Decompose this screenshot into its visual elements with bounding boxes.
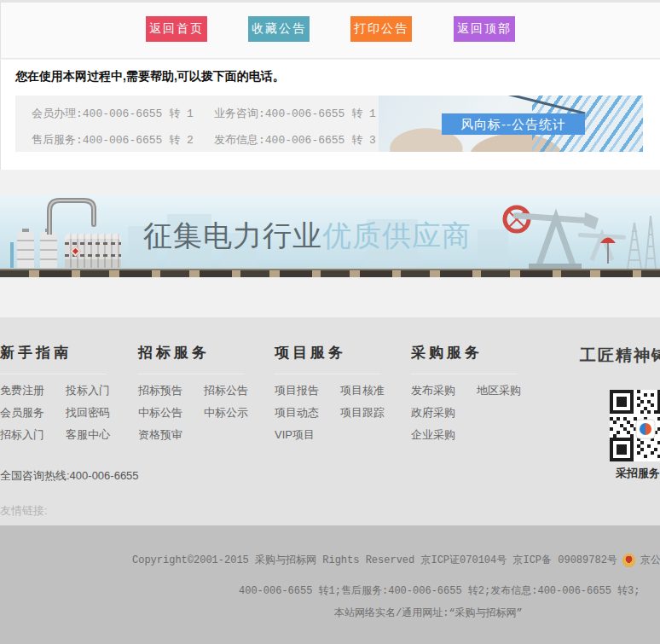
footer-link[interactable]: 找回密码 xyxy=(66,405,128,427)
back-top-button[interactable]: 返回顶部 xyxy=(454,16,515,42)
qr-code-image xyxy=(610,390,660,461)
footer-links: 招标预告 招标公告 中标公告 中标公示 资格预审 xyxy=(138,383,271,450)
footer-link[interactable]: 项目核准 xyxy=(340,383,402,405)
footer-link[interactable]: 客服中心 xyxy=(66,427,128,450)
copyright-line-3: 本站网络实名/通用网址:“采购与招标网” xyxy=(334,606,523,620)
pipe-arch-icon xyxy=(44,195,99,235)
copyright-text: Copyright©2001-2015 采购与招标网 Rights Reserv… xyxy=(132,553,617,567)
oil-pumpjack-icon xyxy=(472,200,660,270)
phone-item: 业务咨询:400-006-6655 转 1 xyxy=(214,105,379,125)
copyright-line-2: 400-006-6655 转1;售后服务:400-006-6655 转2;发布信… xyxy=(239,583,640,598)
banner-title-dark: 征集电力行业 xyxy=(143,219,322,252)
back-home-button[interactable]: 返回首页 xyxy=(146,16,207,42)
security-record-text: 京公网安备 1101 xyxy=(640,553,660,567)
column-divider xyxy=(411,374,518,374)
footer-link[interactable]: 资格预审 xyxy=(138,427,204,450)
copyright-line-1: Copyright©2001-2015 采购与招标网 Rights Reserv… xyxy=(132,553,660,567)
pipeline-decor xyxy=(0,269,660,277)
footer-nav: 新手指南 免费注册 投标入门 会员服务 找回密码 招标入门 客服中心 招标服务 … xyxy=(0,317,660,525)
footer-column-bidding-services: 招标服务 招标预告 招标公告 中标公告 中标公示 资格预审 xyxy=(138,343,271,450)
footer-link[interactable]: 项目动态 xyxy=(275,405,340,427)
help-notice: 您在使用本网过程中,需要帮助,可以拨下面的电话。 xyxy=(15,69,285,84)
footer-link[interactable]: 中标公告 xyxy=(138,405,204,427)
help-section: 您在使用本网过程中,需要帮助,可以拨下面的电话。 会员办理:400-006-66… xyxy=(0,60,660,170)
footer-column-title: 新手指南 xyxy=(0,343,133,363)
hotline-text: 全国咨询热线:400-006-6655 xyxy=(0,468,139,484)
phone-item: 售后服务:400-006-6655 转 2 xyxy=(32,131,214,152)
print-notice-button[interactable]: 打印公告 xyxy=(350,16,412,42)
footer-link[interactable]: 地区采购 xyxy=(477,383,539,405)
footer-link[interactable]: 招标入门 xyxy=(0,427,66,450)
page: 返回首页 收藏公告 打印公告 返回顶部 您在使用本网过程中,需要帮助,可以拨下面… xyxy=(0,0,660,644)
footer-link[interactable]: VIP项目 xyxy=(275,427,340,450)
footer-link[interactable]: 会员服务 xyxy=(0,405,66,427)
tank-band-decor xyxy=(65,242,121,245)
footer-link[interactable]: 政府采购 xyxy=(411,405,477,427)
friend-links-label: 友情链接: xyxy=(0,503,48,519)
footer-column-title: 项目服务 xyxy=(275,343,408,363)
footer-link[interactable]: 企业采购 xyxy=(411,427,477,450)
footer-link[interactable]: 招标公告 xyxy=(204,383,266,405)
footer-link[interactable]: 免费注册 xyxy=(0,383,66,405)
column-divider xyxy=(138,374,245,374)
footer-links: 发布采购 地区采购 政府采购 企业采购 xyxy=(411,383,544,450)
favorite-notice-button[interactable]: 收藏公告 xyxy=(248,16,310,42)
oil-tank-icon xyxy=(17,232,34,268)
pipe-icon xyxy=(10,242,14,268)
qr-code-svg xyxy=(610,390,660,461)
footer-link[interactable]: 招标预告 xyxy=(138,383,204,405)
promo-label: 风向标--公告统计 xyxy=(442,113,585,135)
phone-item: 发布信息:400-006-6655 转 3 xyxy=(214,131,379,152)
footer-link[interactable]: 项目跟踪 xyxy=(340,405,402,427)
column-divider xyxy=(275,374,381,374)
supplier-campaign-banner[interactable]: 征集电力行业优质供应商 xyxy=(0,194,660,277)
column-divider xyxy=(0,374,107,374)
footer-column-project-services: 项目服务 项目报告 项目核准 项目动态 项目跟踪 VIP项目 xyxy=(275,343,408,450)
copyright-bar: Copyright©2001-2015 采购与招标网 Rights Reserv… xyxy=(0,525,660,644)
footer-link[interactable]: 项目报告 xyxy=(275,383,340,405)
footer-links: 免费注册 投标入门 会员服务 找回密码 招标入门 客服中心 xyxy=(0,383,133,450)
banner-title-light: 优质供应商 xyxy=(322,219,472,252)
craftsman-slogan: 工匠精神铸 xyxy=(580,345,660,367)
footer-link[interactable]: 投标入门 xyxy=(66,383,128,405)
footer-column-beginner-guide: 新手指南 免费注册 投标入门 会员服务 找回密码 招标入门 客服中心 xyxy=(0,343,133,450)
footer-column-title: 招标服务 xyxy=(138,343,271,363)
qr-caption: 采招服务 xyxy=(616,466,660,481)
banner-title: 征集电力行业优质供应商 xyxy=(143,217,472,256)
footer-links: 项目报告 项目核准 项目动态 项目跟踪 VIP项目 xyxy=(275,383,408,450)
footer-link[interactable]: 发布采购 xyxy=(411,383,477,405)
police-badge-icon xyxy=(622,554,635,567)
promo-banner[interactable]: 风向标--公告统计 xyxy=(379,96,643,152)
phone-box: 会员办理:400-006-6655 转 1 业务咨询:400-006-6655 … xyxy=(15,96,379,152)
footer-link[interactable]: 中标公示 xyxy=(204,405,266,427)
footer-column-procurement-services: 采购服务 发布采购 地区采购 政府采购 企业采购 xyxy=(411,343,544,450)
footer-column-title: 采购服务 xyxy=(411,343,544,363)
action-toolbar: 返回首页 收藏公告 打印公告 返回顶部 xyxy=(0,3,660,59)
phone-item: 会员办理:400-006-6655 转 1 xyxy=(32,105,214,125)
oil-tank-icon xyxy=(40,232,57,268)
